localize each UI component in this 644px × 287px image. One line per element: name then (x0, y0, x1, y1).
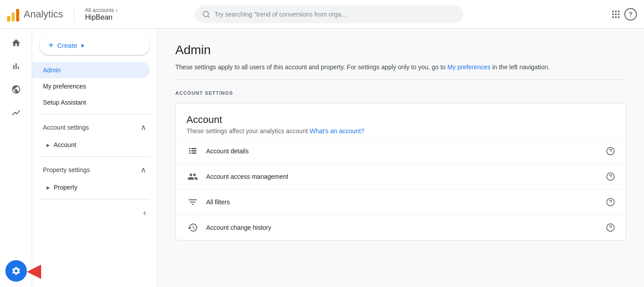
all-filters-help-icon[interactable] (606, 198, 615, 207)
property-settings-label: Property settings (43, 166, 90, 173)
help-icon[interactable]: ? (624, 8, 637, 21)
nav-explore-icon[interactable] (5, 79, 27, 100)
nav-home-icon[interactable] (5, 32, 27, 54)
all-accounts-link[interactable]: All accounts › (85, 7, 118, 13)
logo-bar-1 (7, 16, 10, 21)
sidebar-divider-2 (39, 156, 150, 157)
my-preferences-link[interactable]: My preferences (447, 63, 490, 71)
sidebar-item-account[interactable]: ▶ Account (32, 137, 157, 153)
analytics-logo (7, 7, 19, 21)
sidebar-divider-3 (39, 199, 150, 199)
account-access-label: Account access management (206, 173, 288, 180)
collapse-icon: ‹ (143, 207, 146, 218)
all-filters-icon (186, 197, 199, 207)
logo-bar-2 (12, 13, 15, 21)
svg-rect-5 (612, 13, 614, 15)
account-details-label: Account details (206, 148, 249, 155)
svg-rect-6 (615, 13, 617, 15)
card-header: Account These settings affect your analy… (176, 103, 626, 138)
svg-rect-2 (612, 10, 614, 12)
sidebar-item-admin[interactable]: Admin (32, 62, 150, 78)
account-change-history-label: Account change history (206, 224, 271, 231)
account-change-history-icon (186, 222, 199, 233)
collapse-sidebar-button[interactable]: ‹ (32, 203, 157, 222)
main-divider (175, 79, 626, 80)
account-details-item[interactable]: Account details (176, 138, 626, 164)
account-details-help-icon[interactable] (606, 147, 615, 156)
search-icon (202, 10, 210, 18)
account-card: Account These settings affect your analy… (175, 103, 626, 241)
nav-reports-icon[interactable] (5, 55, 27, 77)
sidebar-divider-1 (39, 114, 150, 114)
account-expand-icon: ▶ (47, 143, 50, 148)
logo-bar-3 (16, 9, 19, 21)
body: + Create ▾ Admin My preferences Setup As… (0, 29, 644, 287)
icon-nav (0, 29, 32, 287)
property-settings-section[interactable]: Property settings ∧ (32, 160, 157, 179)
account-details-icon (186, 146, 199, 156)
create-button-label: Create (57, 42, 77, 49)
property-settings-chevron-up-icon: ∧ (140, 165, 146, 175)
svg-rect-7 (618, 13, 620, 15)
svg-rect-3 (615, 10, 617, 12)
property-expand-icon: ▶ (47, 185, 50, 190)
sidebar: + Create ▾ Admin My preferences Setup As… (32, 29, 157, 287)
sidebar-item-setup-assistant[interactable]: Setup Assistant (32, 94, 150, 110)
all-filters-label: All filters (206, 198, 230, 206)
svg-rect-9 (615, 16, 617, 18)
account-settings-section-label: ACCOUNT SETTINGS (175, 90, 626, 96)
create-button[interactable]: + Create ▾ (39, 36, 150, 55)
card-title: Account (186, 114, 615, 126)
account-change-history-help-icon[interactable] (606, 223, 615, 232)
sidebar-item-my-preferences[interactable]: My preferences (32, 78, 150, 94)
grid-icon[interactable] (611, 9, 621, 19)
account-name: HipBean (85, 13, 118, 21)
account-change-history-item[interactable]: Account change history (176, 215, 626, 240)
create-plus-icon: + (48, 40, 54, 51)
whats-account-link[interactable]: What's an account? (309, 127, 364, 135)
account-settings-section[interactable]: Account settings ∧ (32, 118, 157, 137)
account-settings-chevron-up-icon: ∧ (140, 122, 146, 132)
arrow-indicator (27, 265, 41, 279)
logo-area: Analytics (7, 7, 63, 21)
main-content: Admin These settings apply to all users … (157, 29, 644, 287)
header: Analytics All accounts › HipBean Try sea… (0, 0, 644, 29)
account-access-help-icon[interactable] (606, 172, 615, 181)
card-subtitle: These settings affect your analytics acc… (186, 127, 615, 135)
header-divider (74, 7, 74, 21)
main-description: These settings apply to all users of thi… (175, 63, 626, 72)
all-filters-item[interactable]: All filters (176, 189, 626, 215)
account-access-item[interactable]: Account access management (176, 164, 626, 189)
svg-rect-4 (618, 10, 620, 12)
search-bar[interactable]: Try searching "trend of conversions from… (195, 5, 463, 23)
account-access-icon (186, 171, 199, 182)
header-actions: ? (611, 8, 637, 21)
account-info: All accounts › HipBean (85, 7, 118, 21)
svg-line-1 (208, 16, 209, 17)
account-settings-label: Account settings (43, 124, 89, 131)
page-title: Admin (175, 43, 626, 57)
sidebar-item-property[interactable]: ▶ Property (32, 179, 157, 195)
svg-rect-8 (612, 16, 614, 18)
svg-rect-10 (618, 16, 620, 18)
app-name: Analytics (24, 8, 63, 20)
nav-campaigns-icon[interactable] (5, 102, 27, 123)
red-arrow-icon (27, 265, 41, 279)
icon-nav-bottom (0, 255, 32, 287)
create-chevron-icon: ▾ (81, 42, 84, 49)
search-placeholder: Try searching "trend of conversions from… (215, 11, 347, 18)
admin-gear-button[interactable] (5, 260, 27, 282)
